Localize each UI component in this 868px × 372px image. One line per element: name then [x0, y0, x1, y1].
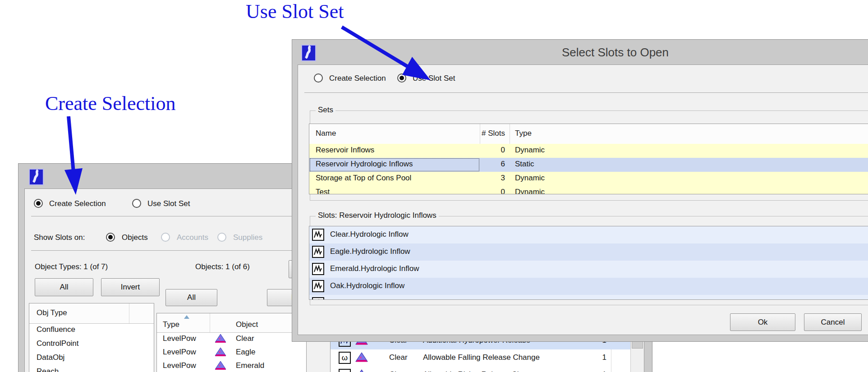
- screenshot-canvas: Create Selection Use Slot Set Show Slots…: [0, 0, 868, 372]
- set-row[interactable]: Reservoir Inflows 0 Dynamic: [309, 144, 868, 158]
- set-row[interactable]: Test 0 Dynamic: [309, 186, 868, 194]
- set-row[interactable]: Storage at Top of Cons Pool 3 Dynamic: [309, 172, 868, 186]
- riverware-logo-icon: [301, 45, 316, 61]
- back-create-selection-label[interactable]: Create Selection: [49, 199, 106, 208]
- slot-row[interactable]: ω Clear Allowable Falling Release Change…: [331, 349, 644, 367]
- show-objects-radio[interactable]: [106, 233, 115, 242]
- objects-table[interactable]: Type Object LevelPow Clear LevelPow Eagl…: [156, 313, 307, 372]
- show-supplies-label: Supplies: [233, 233, 262, 242]
- object-type-row[interactable]: ControlPoint: [29, 337, 154, 351]
- slot-set-item[interactable]: Clear.Hydrologic Inflow: [309, 226, 868, 243]
- front-use-slot-set-label[interactable]: Use Slot Set: [413, 74, 455, 83]
- front-use-slot-set-radio[interactable]: [397, 73, 406, 83]
- series-slot-icon: [312, 229, 324, 241]
- name-column-header[interactable]: Name: [316, 129, 336, 138]
- series-slot-icon: [312, 280, 324, 292]
- obj-type-column-header[interactable]: Obj Type: [37, 308, 67, 317]
- back-use-slot-set-radio[interactable]: [132, 199, 141, 208]
- back-create-selection-radio[interactable]: [34, 199, 43, 208]
- objects-count-label: Objects: 1 (of 6): [195, 262, 250, 271]
- show-accounts-radio: [161, 233, 170, 242]
- type-column-header[interactable]: Type: [515, 129, 532, 138]
- create-selection-annotation: Create Selection: [45, 92, 176, 115]
- level-power-reservoir-icon: [215, 334, 226, 346]
- object-row[interactable]: LevelPow Eagle: [157, 346, 306, 359]
- front-create-selection-label[interactable]: Create Selection: [329, 74, 386, 83]
- series-slot-icon: [312, 246, 324, 258]
- object-types-all-button[interactable]: All: [35, 278, 93, 296]
- riverware-logo-icon: [29, 169, 44, 185]
- series-slot-icon: [312, 297, 324, 300]
- object-types-count-label: Object Types: 1 (of 7): [35, 262, 108, 271]
- level-power-reservoir-icon: [215, 347, 226, 359]
- series-slot-icon: [312, 263, 324, 275]
- object-row[interactable]: LevelPow Clear: [157, 332, 306, 346]
- level-power-reservoir-icon: [355, 369, 368, 372]
- cancel-button[interactable]: Cancel: [804, 313, 862, 331]
- set-row-selected[interactable]: Reservoir Hydrologic Inflows 6 Static: [309, 158, 868, 172]
- object-row[interactable]: LevelPow Emerald: [157, 359, 306, 372]
- object-types-list[interactable]: Obj Type Confluence ControlPoint DataObj…: [29, 303, 154, 372]
- slot-set-list[interactable]: Clear.Hydrologic Inflow Eagle.Hydrologic…: [309, 226, 868, 300]
- front-create-selection-radio[interactable]: [314, 73, 323, 83]
- omega-slot-icon: ω: [339, 369, 351, 372]
- select-slots-to-open-dialog: Select Slots to Open Create Selection Us…: [292, 39, 868, 342]
- back-use-slot-set-label[interactable]: Use Slot Set: [147, 199, 190, 208]
- slot-row[interactable]: ω Clear Allowable Rising Release Change …: [331, 367, 644, 372]
- use-slot-set-annotation: Use Slot Set: [246, 0, 344, 23]
- num-slots-column-header[interactable]: # Slots: [463, 129, 505, 138]
- level-power-reservoir-icon: [355, 352, 368, 366]
- object-type-row[interactable]: Confluence: [29, 323, 154, 337]
- sort-ascending-icon[interactable]: [184, 315, 189, 319]
- slots-legend: Slots: Reservoir Hydrologic Inflows: [316, 211, 439, 220]
- object-types-invert-button[interactable]: Invert: [101, 278, 160, 296]
- back-separator-2: [31, 250, 311, 251]
- object-type-row[interactable]: Reach: [29, 365, 154, 372]
- front-dialog-content: Create Selection Use Slot Set Sets Name …: [298, 64, 868, 335]
- show-slots-on-label: Show Slots on:: [34, 233, 85, 242]
- dialog-title: Select Slots to Open: [562, 46, 669, 60]
- slot-set-item[interactable]: Turquoise.Hydrologic Inflow: [309, 295, 868, 300]
- omega-slot-icon: ω: [339, 352, 351, 364]
- level-power-reservoir-icon: [215, 361, 226, 372]
- sets-legend: Sets: [316, 106, 335, 115]
- show-supplies-radio: [217, 233, 226, 242]
- object-type-row[interactable]: DataObj: [29, 351, 154, 365]
- front-dialog-titlebar[interactable]: Select Slots to Open: [293, 40, 868, 64]
- ok-button[interactable]: Ok: [730, 313, 795, 331]
- sets-table[interactable]: Name # Slots Type Reservoir Inflows 0 Dy…: [309, 124, 868, 194]
- front-separator: [304, 92, 868, 93]
- objects-all-button[interactable]: All: [165, 289, 217, 306]
- type-column-header[interactable]: Type: [163, 320, 179, 329]
- back-separator-1: [31, 216, 311, 216]
- slot-set-item[interactable]: Eagle.Hydrologic Inflow: [309, 243, 868, 261]
- show-objects-label[interactable]: Objects: [122, 233, 148, 242]
- slot-set-item[interactable]: Emerald.Hydrologic Inflow: [309, 261, 868, 278]
- show-accounts-label: Accounts: [177, 233, 208, 242]
- slot-set-item[interactable]: Oak.Hydrologic Inflow: [309, 278, 868, 295]
- object-column-header[interactable]: Object: [236, 320, 258, 329]
